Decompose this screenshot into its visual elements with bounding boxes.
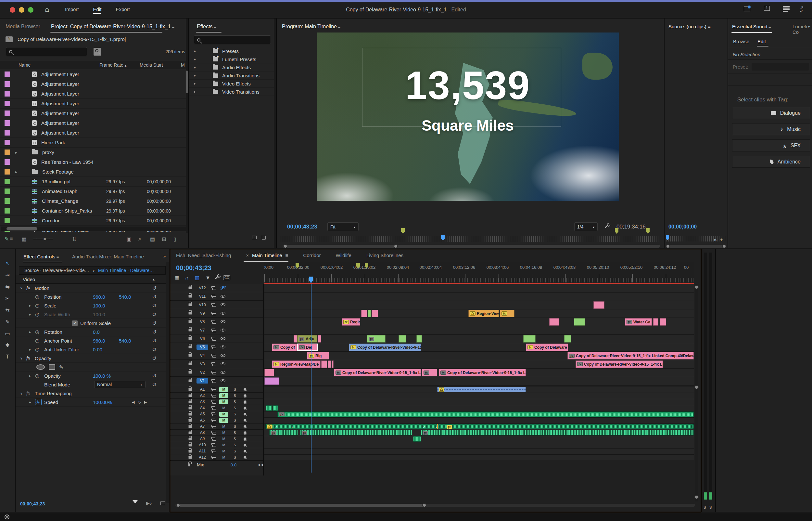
mute-button[interactable]: M: [219, 412, 228, 417]
bowtie-icon[interactable]: ▶◀: [259, 463, 263, 467]
lock-icon[interactable]: [189, 394, 192, 397]
effects-category[interactable]: ▸Video Effects: [189, 80, 274, 88]
stopwatch-icon[interactable]: ◷: [35, 302, 42, 309]
sync-lock-icon[interactable]: [211, 295, 215, 298]
sync-lock-icon[interactable]: [211, 303, 215, 307]
effects-vscrollbar[interactable]: [274, 19, 276, 248]
timeline-clip[interactable]: [328, 360, 331, 368]
program-ruler[interactable]: [280, 236, 660, 242]
bin-item-name[interactable]: Adjustment Layer: [41, 91, 106, 96]
mute-button[interactable]: M: [219, 418, 228, 423]
label-swatch[interactable]: [4, 140, 10, 145]
lock-icon[interactable]: [189, 312, 192, 314]
video-track-row[interactable]: fxRegiofxWater Ga: [264, 318, 694, 326]
bin-item-name[interactable]: Adjustment Layer: [41, 120, 106, 126]
audio-clip[interactable]: fx: [437, 387, 526, 392]
timeline-clip[interactable]: [653, 318, 659, 326]
video-track-row[interactable]: fxCopy of Delaware-River-Video-9-15_1-fi…: [264, 368, 694, 377]
sort-icon[interactable]: ⇅: [72, 236, 76, 242]
tag-music-button[interactable]: ♪Music: [732, 123, 810, 135]
pen-tool[interactable]: ✎: [0, 316, 15, 327]
toggle-track-output-icon[interactable]: [220, 320, 225, 323]
ec-param-value[interactable]: 100.0 %: [93, 373, 119, 379]
audio-track-row[interactable]: [264, 399, 694, 405]
voiceover-record-icon[interactable]: [244, 425, 246, 428]
sync-lock-icon[interactable]: [211, 388, 215, 391]
zoom-slider[interactable]: ───●──: [33, 236, 53, 242]
new-custom-bin-icon[interactable]: [252, 236, 257, 239]
timeline-clip[interactable]: fxCopy of Delaware-River-Video-9-15_1-fi…: [439, 369, 526, 376]
ec-param-value[interactable]: 540.0: [119, 294, 145, 300]
expand-chevron-icon[interactable]: ▸: [29, 330, 33, 334]
mute-button[interactable]: M: [219, 393, 228, 398]
timeline-vscrollbar[interactable]: [695, 284, 698, 501]
label-swatch[interactable]: [4, 71, 10, 77]
bin-item-name[interactable]: Adjustment Layer: [41, 130, 106, 136]
voiceover-record-icon[interactable]: [244, 394, 246, 397]
bin-row[interactable]: Adjustment Layer: [0, 99, 186, 109]
voiceover-record-icon[interactable]: [244, 401, 246, 403]
icon-view-icon[interactable]: ▦: [21, 236, 26, 242]
toggle-track-output-icon[interactable]: [220, 337, 225, 340]
expand-chevron-icon[interactable]: ▸: [194, 89, 196, 94]
es-preset-select[interactable]: [751, 63, 809, 70]
timeline-clip[interactable]: fx: [422, 369, 437, 376]
close-window-button[interactable]: [10, 7, 15, 13]
nested-sequence-icon[interactable]: ≣: [175, 275, 179, 281]
timeline-timecode[interactable]: 00;00;43;23: [176, 264, 211, 272]
workspace-icon[interactable]: [744, 6, 750, 13]
video-track-row[interactable]: fxRegion-View-Map/DefxCopy of Delaware-R…: [264, 360, 694, 368]
timeline-clip[interactable]: fxCopy of Delaware-River-Video-9-15_1-fi…: [576, 360, 663, 368]
mute-button[interactable]: M: [219, 387, 228, 392]
label-swatch[interactable]: [4, 111, 10, 116]
toggle-track-output-icon[interactable]: [220, 312, 225, 315]
collapse-chevron-icon[interactable]: ∨: [20, 286, 22, 290]
bin-row[interactable]: Corridor29.97 fps00;00;00;00: [0, 216, 186, 226]
mix-value[interactable]: 0.0: [231, 462, 236, 467]
tab-effect-controls[interactable]: Effect Controls ≡: [23, 254, 59, 259]
reset-icon[interactable]: ↺: [152, 373, 157, 379]
timeline-hscrollbar[interactable]: [175, 504, 695, 507]
solo-button[interactable]: S: [230, 430, 239, 435]
fullscreen-icon[interactable]: ↗↙: [799, 5, 804, 17]
ec-effect-name[interactable]: Motion: [35, 285, 49, 291]
reset-icon[interactable]: ↺: [152, 355, 157, 361]
video-track-row[interactable]: [264, 326, 694, 335]
edit-pencil-icon[interactable]: ✎: [4, 236, 8, 242]
track-name[interactable]: A6: [196, 417, 208, 423]
track-name[interactable]: A7: [196, 424, 208, 429]
toggle-track-output-icon[interactable]: [220, 295, 225, 298]
track-name[interactable]: A12: [196, 455, 208, 460]
ec-param-value[interactable]: 100.0: [93, 312, 119, 317]
lock-icon[interactable]: [189, 431, 192, 434]
lock-icon[interactable]: [189, 337, 192, 340]
voiceover-record-icon[interactable]: [244, 407, 246, 409]
ripple-edit-tool[interactable]: ⇋: [0, 281, 15, 292]
effects-search-input[interactable]: [194, 36, 271, 44]
razor-tool[interactable]: ✂: [0, 293, 15, 304]
ec-param-value[interactable]: 100.00%: [93, 400, 119, 405]
timeline-clip[interactable]: fxBig: [307, 352, 329, 360]
track-name[interactable]: V8: [196, 319, 208, 324]
minimize-window-button[interactable]: [19, 7, 24, 13]
tab-program[interactable]: Program: Main Timeline ≡: [282, 24, 340, 29]
timeline-clip[interactable]: [523, 335, 535, 343]
bin-row[interactable]: Adjustment Layer: [0, 89, 186, 99]
timeline-clip[interactable]: [264, 377, 279, 385]
program-scrollbar[interactable]: [283, 245, 660, 248]
timeline-clip[interactable]: [416, 335, 422, 343]
program-timecode[interactable]: 00;00;43;23: [287, 224, 317, 230]
bin-row[interactable]: Hienz Park: [0, 138, 186, 148]
stopwatch-icon[interactable]: ◷: [35, 294, 42, 300]
timeline-clip[interactable]: fxWater Ga: [625, 318, 652, 326]
tab-audio-track-mixer[interactable]: Audio Track Mixer: Main Timeline: [72, 254, 144, 259]
menu-import[interactable]: Import: [65, 6, 79, 14]
add-keyframe-icon[interactable]: ◇: [138, 400, 141, 404]
audio-track-row[interactable]: fxfxfx: [264, 430, 694, 436]
ec-param-value[interactable]: 0.00: [93, 347, 119, 352]
lock-icon[interactable]: [189, 329, 192, 331]
sync-lock-icon[interactable]: [211, 443, 215, 447]
sync-lock-icon[interactable]: [211, 456, 215, 459]
timeline-clip[interactable]: [264, 369, 274, 376]
ec-param-value[interactable]: 540.0: [119, 338, 145, 343]
